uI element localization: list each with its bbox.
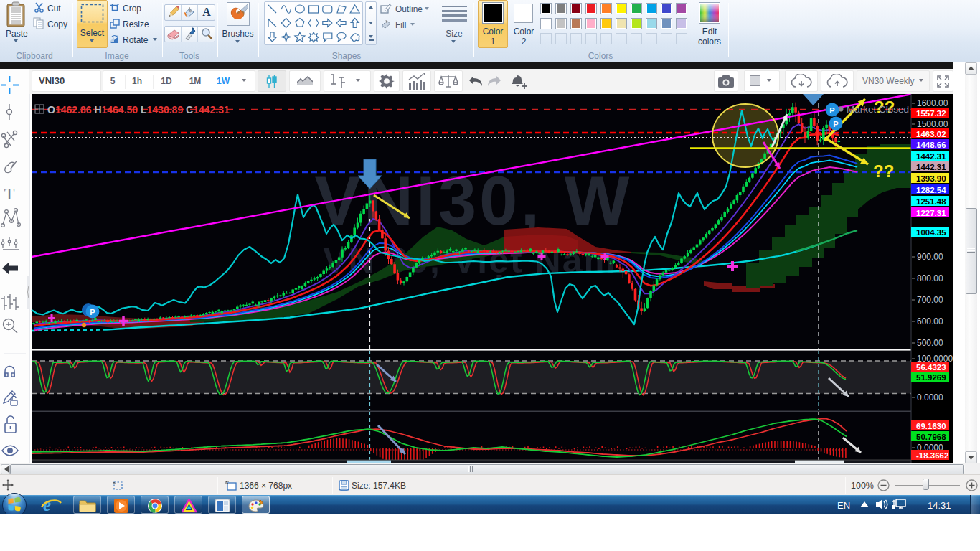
svg-text:1600.00: 1600.00 bbox=[917, 98, 948, 108]
svg-text:P: P bbox=[833, 120, 838, 128]
svg-text:1500.00: 1500.00 bbox=[917, 119, 948, 129]
svg-text:900.00: 900.00 bbox=[917, 252, 943, 262]
svg-text:69.1630: 69.1630 bbox=[916, 422, 946, 430]
svg-text:1393.90: 1393.90 bbox=[916, 174, 946, 183]
svg-text:1557.32: 1557.32 bbox=[916, 109, 946, 118]
svg-text:1227.31: 1227.31 bbox=[916, 209, 946, 217]
svg-text:P: P bbox=[90, 308, 95, 316]
svg-text:0.0000: 0.0000 bbox=[917, 392, 943, 402]
svg-text:T: T bbox=[4, 184, 15, 203]
svg-text:-18.3662: -18.3662 bbox=[916, 451, 948, 460]
svg-text:P: P bbox=[829, 106, 834, 115]
svg-text:1442.31: 1442.31 bbox=[916, 152, 946, 161]
svg-text:700.00: 700.00 bbox=[917, 295, 943, 305]
svg-text:1442.31: 1442.31 bbox=[916, 163, 946, 171]
svg-text:50.7968: 50.7968 bbox=[916, 433, 946, 441]
svg-text:500.00: 500.00 bbox=[917, 338, 943, 348]
svg-text:VNI30, W: VNI30, W bbox=[315, 162, 633, 239]
svg-text:Market Closed: Market Closed bbox=[847, 104, 909, 115]
svg-text:51.9269: 51.9269 bbox=[916, 373, 946, 382]
svg-text:e: e bbox=[43, 496, 51, 514]
svg-text:O1462.86 H1464.50 L1430.89 C14: O1462.86 H1464.50 L1430.89 C1442.31 bbox=[47, 104, 230, 116]
svg-text:1463.02: 1463.02 bbox=[916, 130, 946, 138]
svg-text:1448.66: 1448.66 bbox=[916, 141, 946, 149]
svg-text:1004.35: 1004.35 bbox=[916, 228, 946, 237]
svg-text:600.00: 600.00 bbox=[917, 316, 943, 326]
svg-text:800.00: 800.00 bbox=[917, 273, 943, 283]
svg-text:??: ?? bbox=[873, 161, 894, 181]
svg-text:56.4323: 56.4323 bbox=[916, 363, 946, 372]
svg-text:1251.48: 1251.48 bbox=[916, 197, 946, 206]
svg-text:1282.54: 1282.54 bbox=[916, 186, 946, 194]
